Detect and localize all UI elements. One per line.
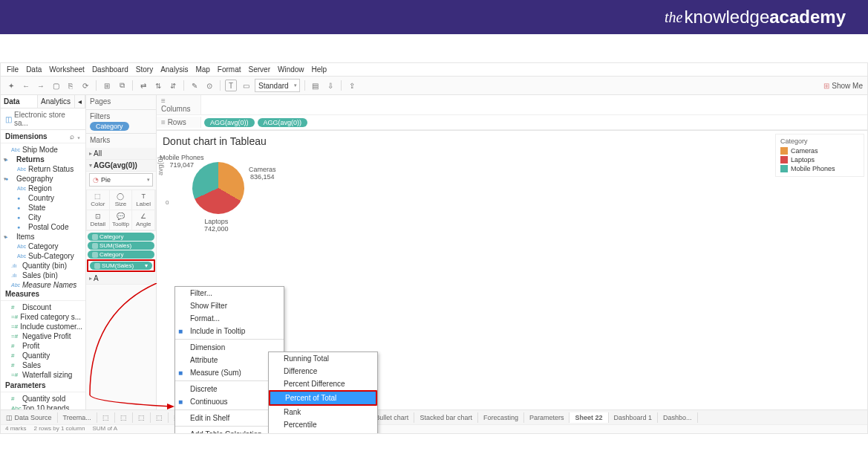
sort-desc-icon[interactable]: ⇵ bbox=[167, 80, 179, 91]
measure-waterfall-sizing[interactable]: =#Waterfall sizing bbox=[1, 370, 85, 379]
menu-window[interactable]: Window bbox=[278, 65, 304, 74]
mark-pill-0[interactable]: Category bbox=[88, 233, 154, 241]
subctx-percent-difference[interactable]: Percent Difference bbox=[269, 378, 377, 390]
pages-shelf[interactable]: Pages bbox=[86, 95, 156, 110]
label-icon[interactable]: T bbox=[225, 80, 237, 91]
mark-label[interactable]: TLabel bbox=[132, 190, 155, 210]
dim-geography[interactable]: ▾●Geography bbox=[1, 174, 85, 184]
sheet-tab-12[interactable]: Forecasting bbox=[478, 412, 524, 423]
fit-dropdown[interactable]: Standard bbox=[255, 79, 300, 92]
tab-analytics[interactable]: Analytics bbox=[38, 95, 75, 108]
legend-mobile-phones[interactable]: Mobile Phones bbox=[780, 164, 859, 173]
pane-toggle-icon[interactable]: ◂ bbox=[75, 95, 85, 108]
menu-map[interactable]: Map bbox=[195, 65, 209, 74]
row-pill-1[interactable]: AGG(avg(0)) bbox=[258, 118, 308, 127]
dim-sub-category[interactable]: AbcSub-Category bbox=[1, 251, 85, 261]
measure-quantity[interactable]: #Quantity bbox=[1, 351, 85, 360]
menu-dashboard[interactable]: Dashboard bbox=[92, 65, 128, 74]
filter-pill-category[interactable]: Category bbox=[90, 122, 129, 131]
mark-pill-3[interactable]: SUM(Sales)▾ bbox=[90, 262, 152, 270]
mark-color[interactable]: ⬚Color bbox=[87, 190, 110, 210]
columns-shelf[interactable]: ≡ Columns bbox=[157, 95, 867, 115]
subctx-percentile[interactable]: Percentile bbox=[269, 418, 377, 431]
measure-fixed-category-s-[interactable]: =#Fixed category s... bbox=[1, 312, 85, 322]
share-icon[interactable]: ⇪ bbox=[346, 80, 358, 91]
dim-region[interactable]: AbcRegion bbox=[1, 184, 85, 193]
menu-analysis[interactable]: Analysis bbox=[160, 65, 188, 74]
measure-include-customer-[interactable]: =#Include customer... bbox=[1, 322, 85, 331]
sheet-tab-1[interactable]: ⬚ bbox=[97, 412, 115, 423]
color-legend[interactable]: Category CamerasLaptopsMobile Phones bbox=[775, 134, 864, 177]
sheet-tab-15[interactable]: Dashboard 1 bbox=[609, 412, 659, 423]
quick-table-calc-submenu[interactable]: Running TotalDifferencePercent Differenc… bbox=[268, 352, 378, 434]
dim-category[interactable]: AbcCategory bbox=[1, 242, 85, 251]
mark-pill-1[interactable]: SUM(Sales) bbox=[88, 242, 154, 250]
menu-story[interactable]: Story bbox=[136, 65, 153, 74]
measure-profit[interactable]: #Profit bbox=[1, 341, 85, 351]
subctx-difference[interactable]: Difference bbox=[269, 365, 377, 378]
forward-icon[interactable]: → bbox=[35, 80, 47, 91]
mark-pill-2[interactable]: Category bbox=[88, 250, 154, 259]
mark-size[interactable]: ◯Size bbox=[110, 190, 133, 210]
measure-sales[interactable]: #Sales bbox=[1, 360, 85, 370]
rows-shelf[interactable]: ≡ Rows AGG(avg(0))AGG(avg(0)) bbox=[157, 115, 867, 130]
duplicate-icon[interactable]: ⧉ bbox=[116, 80, 128, 91]
marks-all-row[interactable]: ▸All bbox=[86, 148, 156, 160]
sheet-tab-2[interactable]: ⬚ bbox=[115, 412, 133, 423]
sheet-tab-13[interactable]: Parameters bbox=[524, 412, 570, 423]
dim-state[interactable]: ●State bbox=[1, 203, 85, 213]
legend-cameras[interactable]: Cameras bbox=[780, 146, 859, 155]
tableau-logo-icon[interactable]: ✦ bbox=[5, 80, 17, 91]
mark-detail[interactable]: ⊡Detail bbox=[87, 210, 110, 230]
measure-discount[interactable]: #Discount bbox=[1, 302, 85, 312]
datasource-row[interactable]: ◫ Electronic store sa... bbox=[1, 108, 85, 130]
sheet-tab-16[interactable]: Dashbo... bbox=[658, 412, 698, 423]
filters-shelf[interactable]: Filters Category bbox=[86, 110, 156, 134]
sheet-tab-4[interactable]: ⬚ bbox=[151, 412, 169, 423]
param-quantity-sold[interactable]: #Quantity sold bbox=[1, 394, 85, 404]
mark-type-dropdown[interactable]: ◔Pie bbox=[89, 173, 153, 187]
menu-server[interactable]: Server bbox=[249, 65, 270, 74]
dim-postal-code[interactable]: ●Postal Code bbox=[1, 222, 85, 232]
viz-title[interactable]: Donut chart in Tableau bbox=[163, 135, 766, 147]
highlight-icon[interactable]: ✎ bbox=[189, 80, 200, 91]
legend-laptops[interactable]: Laptops bbox=[780, 155, 859, 164]
marks-agg-row[interactable]: ▾AGG(avg(0)) bbox=[86, 160, 156, 172]
tab-datasource[interactable]: ◫ Data Source bbox=[1, 412, 58, 423]
ctx-format-[interactable]: Format... bbox=[175, 312, 284, 325]
row-pill-0[interactable]: AGG(avg(0)) bbox=[204, 118, 255, 127]
dim-items[interactable]: ▾▸Items bbox=[1, 232, 85, 242]
ctx-show-filter[interactable]: Show Filter bbox=[175, 299, 284, 312]
mark-tooltip[interactable]: 💬Tooltip bbox=[110, 210, 133, 230]
sheet-tab-0[interactable]: Treema... bbox=[58, 412, 97, 423]
menu-help[interactable]: Help bbox=[312, 65, 327, 74]
save-icon[interactable]: ▢ bbox=[50, 80, 62, 91]
marks-agg2-row[interactable]: ▸A bbox=[86, 273, 156, 285]
sheet-tab-3[interactable]: ⬚ bbox=[133, 412, 151, 423]
subctx-rank[interactable]: Rank bbox=[269, 406, 377, 418]
menu-format[interactable]: Format bbox=[218, 65, 241, 74]
dim-measure-names[interactable]: AbcMeasure Names bbox=[1, 280, 85, 288]
dim-returns[interactable]: ▾▸Returns bbox=[1, 155, 85, 164]
measure-negative-profit[interactable]: =#Negative Profit bbox=[1, 331, 85, 341]
dim-city[interactable]: ●City bbox=[1, 213, 85, 222]
menu-worksheet[interactable]: Worksheet bbox=[49, 65, 85, 74]
subctx-moving-average[interactable]: Moving Average bbox=[269, 431, 377, 434]
group-icon[interactable]: ⊙ bbox=[203, 80, 215, 91]
download-icon[interactable]: ⇩ bbox=[324, 80, 336, 91]
ctx-filter-[interactable]: Filter... bbox=[175, 287, 284, 299]
refresh-icon[interactable]: ⟳ bbox=[79, 80, 91, 91]
presentation-icon[interactable]: ▭ bbox=[240, 80, 252, 91]
new-sheet-icon[interactable]: ⊞ bbox=[101, 80, 113, 91]
pie-chart[interactable] bbox=[192, 162, 244, 214]
tab-data[interactable]: Data bbox=[1, 95, 38, 108]
ctx-include-in-tooltip[interactable]: ■Include in Tooltip bbox=[175, 325, 284, 337]
subctx-running-total[interactable]: Running Total bbox=[269, 352, 377, 365]
sheet-tab-11[interactable]: Stacked bar chart bbox=[414, 412, 478, 423]
subctx-percent-of-total[interactable]: Percent of Total bbox=[270, 392, 376, 404]
sort-asc-icon[interactable]: ⇅ bbox=[152, 80, 164, 91]
swap-icon[interactable]: ⇄ bbox=[137, 80, 149, 91]
new-data-icon[interactable]: ⎘ bbox=[65, 80, 76, 91]
sheet-tab-14[interactable]: Sheet 22 bbox=[570, 412, 608, 423]
menu-file[interactable]: File bbox=[7, 65, 19, 74]
